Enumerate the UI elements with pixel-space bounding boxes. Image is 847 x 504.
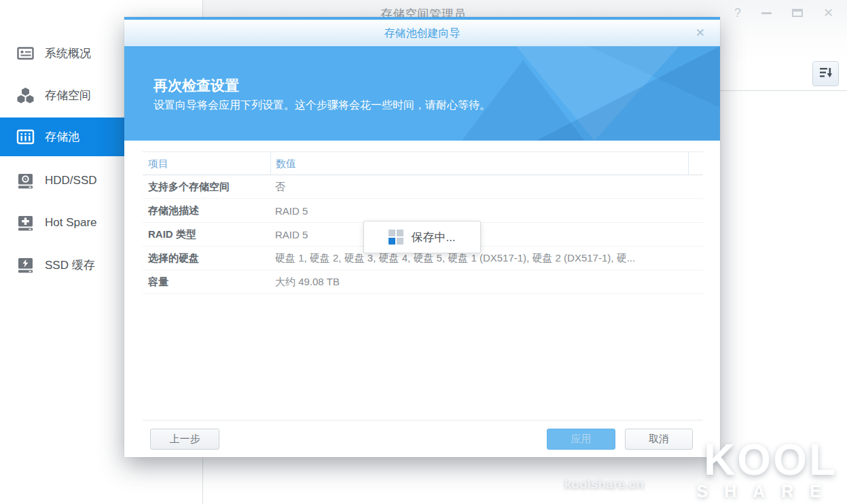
column-header-spacer xyxy=(688,152,703,175)
table-row: 存储池描述 RAID 5 xyxy=(143,199,703,223)
sidebar-item-label: 存储空间 xyxy=(45,88,91,103)
sort-button[interactable] xyxy=(812,61,839,86)
setting-label: 支持多个存储空间 xyxy=(143,181,270,194)
step-heading: 再次检查设置 xyxy=(154,76,239,95)
setting-value: 大约 49.08 TB xyxy=(270,276,703,289)
apply-button[interactable]: 应用 xyxy=(547,429,615,450)
column-header-item[interactable]: 项目 xyxy=(143,152,270,175)
sidebar-item-label: 存储池 xyxy=(45,129,79,145)
sidebar-item-label: SSD 缓存 xyxy=(45,257,95,273)
column-header-value[interactable]: 数值 xyxy=(270,152,688,175)
wizard-banner: 再次检查设置 设置向导将会应用下列设置。这个步骤将会花一些时间，请耐心等待。 xyxy=(124,46,720,141)
minimize-icon[interactable] xyxy=(761,12,772,14)
saving-label: 保存中... xyxy=(411,230,455,245)
cancel-button[interactable]: 取消 xyxy=(625,429,693,450)
setting-value: 硬盘 1, 硬盘 2, 硬盘 3, 硬盘 4, 硬盘 5, 硬盘 1 (DX51… xyxy=(270,252,703,265)
footer-divider xyxy=(143,420,703,420)
setting-label: 选择的硬盘 xyxy=(143,252,270,265)
setting-value: RAID 5 xyxy=(270,229,703,240)
dialog-titlebar[interactable]: 存储池创建向导 ✕ xyxy=(124,20,720,46)
table-row: 容量 大约 49.08 TB xyxy=(143,270,703,294)
setting-label: 容量 xyxy=(143,276,270,289)
sort-descending-icon xyxy=(819,67,833,81)
loading-spinner-icon xyxy=(389,230,403,245)
setting-value: RAID 5 xyxy=(270,205,703,217)
saving-popup: 保存中... xyxy=(363,221,481,253)
close-icon[interactable]: ✕ xyxy=(823,6,833,20)
help-icon[interactable]: ? xyxy=(734,6,741,20)
storage-pool-wizard-dialog: 存储池创建向导 ✕ 再次检查设置 设置向导将会应用下列设置。这个步骤将会花一些时… xyxy=(124,17,720,457)
dialog-close-icon[interactable]: ✕ xyxy=(696,20,705,46)
table-row: 支持多个存储空间 否 xyxy=(143,175,703,199)
watermark-brand-bottom: SHARE xyxy=(696,482,837,501)
dialog-title: 存储池创建向导 xyxy=(124,20,720,46)
window-controls: ? ✕ xyxy=(734,6,833,20)
setting-label: 存储池描述 xyxy=(143,204,270,217)
watermark-site-url: koolshare.cn xyxy=(564,477,644,492)
table-header-row: 项目 数值 xyxy=(143,151,703,175)
sidebar-item-label: Hot Spare xyxy=(45,216,97,230)
sidebar-item-label: 系统概况 xyxy=(45,46,91,61)
previous-button[interactable]: 上一步 xyxy=(150,429,219,450)
storage-pool-icon xyxy=(16,128,35,146)
hot-spare-icon xyxy=(16,214,35,232)
system-overview-icon xyxy=(16,44,35,62)
ssd-cache-icon xyxy=(16,256,35,274)
setting-label: RAID 类型 xyxy=(143,228,270,241)
storage-volume-icon xyxy=(16,86,35,105)
setting-value: 否 xyxy=(270,181,703,194)
maximize-icon[interactable] xyxy=(792,9,803,17)
step-description: 设置向导将会应用下列设置。这个步骤将会花一些时间，请耐心等待。 xyxy=(154,98,490,113)
sidebar-item-label: HDD/SSD xyxy=(45,174,97,187)
hdd-icon xyxy=(16,172,35,190)
